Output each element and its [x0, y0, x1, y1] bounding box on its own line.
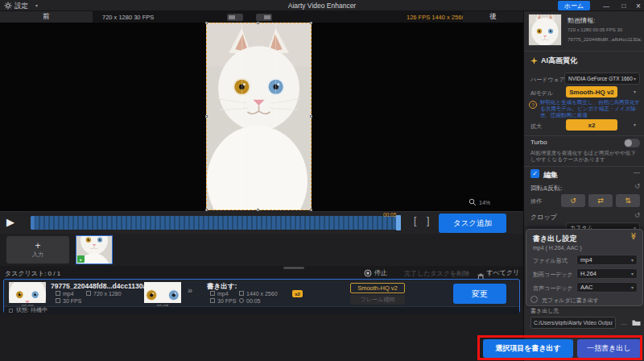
hardware-dropdown[interactable]: NVIDIA GeForce GTX 1660 T ▾ — [564, 73, 640, 85]
stop-button[interactable]: 停止 — [364, 268, 387, 277]
same-folder-checkbox[interactable] — [530, 296, 538, 303]
output-resolution: 1440 x 2560 — [239, 291, 278, 297]
source-format: mp4 — [56, 291, 74, 297]
compare-view-toggle-1[interactable] — [227, 14, 243, 21]
crop-reset-icon[interactable]: ↺ — [634, 211, 641, 219]
scale-value[interactable]: x2 — [566, 119, 617, 131]
settings-chevron-icon[interactable]: ▾ — [35, 2, 38, 8]
ai-model-value[interactable]: Smooth-HQ v2 — [566, 86, 617, 98]
open-folder-button[interactable] — [630, 317, 642, 329]
crop-handle[interactable] — [205, 22, 208, 24]
destination-path-input[interactable]: C:/Users/ylgrb/Aiarty Video Output — [530, 317, 616, 329]
crop-handle[interactable] — [310, 115, 312, 118]
audio-codec-dropdown[interactable]: AAC▾ — [576, 282, 638, 293]
preview-area: 14% — [0, 23, 523, 211]
clock-icon — [239, 298, 244, 303]
flip-horizontal-button[interactable]: ⇄ — [588, 194, 613, 207]
task-row[interactable]: 00:00 79775_220448fd8...d4cc1130a16.mp4 … — [3, 279, 520, 313]
add-input-button[interactable]: + 入力 — [6, 236, 69, 263]
video-codec-dropdown[interactable]: H.264▾ — [576, 268, 638, 279]
remove-completed-button[interactable]: 完了したタスクを削除 — [404, 269, 469, 278]
same-folder-label: 元フォルダに書き出す — [542, 297, 599, 305]
edit-collapse-button[interactable]: — — [634, 168, 640, 176]
chevron-down-icon: ▾ — [634, 77, 636, 81]
scale-label: 拡大 — [530, 122, 542, 131]
panel-drag-handle[interactable] — [283, 267, 304, 269]
crop-handle[interactable] — [310, 22, 312, 24]
gear-icon[interactable] — [4, 2, 12, 10]
video-preview[interactable] — [206, 23, 312, 210]
export-settings-summary: mp4 ( H.264, AAC ) — [533, 245, 582, 251]
help-icon[interactable]: ? — [529, 101, 537, 109]
output-fps: 30 FPS — [210, 298, 236, 304]
crop-handle[interactable] — [257, 22, 259, 24]
input-thumbnail[interactable]: ▸ — [76, 235, 113, 264]
app-window: 設定 ▾ Aiarty Video Enhancer ホーム — □ × 前 7… — [0, 0, 644, 361]
trim-start-button[interactable]: [ — [414, 215, 416, 226]
plus-icon: + — [35, 242, 40, 251]
model-chevron-icon[interactable]: ▾ — [634, 89, 636, 94]
expand-double-chevron-icon[interactable]: ≫ — [630, 232, 638, 239]
thumbnail-status-badge: ▸ — [77, 255, 85, 263]
hardware-label: ハードウェア — [530, 76, 565, 84]
zoom-indicator[interactable]: 14% — [469, 198, 490, 206]
rotate-reset-icon[interactable]: ↺ — [634, 182, 641, 190]
audio-codec-label: 音声コーデック — [533, 284, 573, 293]
video-info-filename: 79775_220448fd8f...a8d4cc1130a16.mp4 — [568, 37, 642, 42]
browse-button[interactable]: … — [619, 317, 629, 329]
file-format-label: ファイル形式 — [533, 257, 568, 265]
timeline-row: ▶ 00:05 [ ] タスク追加 — [0, 211, 523, 234]
frame-interpolation-button[interactable]: フレーム補間 — [350, 295, 405, 305]
playhead[interactable] — [396, 215, 401, 230]
turbo-label: Turbo — [530, 139, 547, 146]
edit-header: 編集 — [543, 170, 558, 180]
settings-menu[interactable]: 設定 — [14, 2, 28, 11]
task-status-bar: 状態: 待機中 — [4, 306, 519, 313]
play-button[interactable]: ▶ — [6, 216, 14, 228]
titlebar: 設定 ▾ Aiarty Video Enhancer ホーム — □ × — [0, 0, 644, 11]
tasklist-header: タスクリスト: 0 / 1 停止 完了したタスクを削除 すべてクリア — [0, 266, 523, 279]
crop-marquee[interactable] — [206, 23, 312, 210]
turbo-description: AI処理速度を最適化するほど画質がやや低下しやすくなるケースがあります — [530, 150, 638, 163]
preview-info-bar: 前 720 x 1280 30 FPS 126 FPS 1440 x 2560 … — [0, 11, 523, 23]
add-task-button[interactable]: タスク追加 — [439, 214, 506, 233]
crop-handle[interactable] — [205, 115, 208, 118]
maximize-button[interactable]: □ — [617, 0, 630, 11]
sidebar: 動画情報: 720 x 1280 00:05 FPS 30 79775_2204… — [523, 11, 644, 361]
after-resolution-label: 126 FPS 1440 x 2560 — [407, 14, 465, 21]
output-format: mp4 — [210, 291, 229, 297]
edit-checkbox[interactable]: ✓ — [530, 169, 539, 178]
flip-vertical-button[interactable]: ⇅ — [616, 194, 640, 207]
destination-label: 書き出し先 — [530, 307, 559, 315]
scale-chevron-icon[interactable]: ▾ — [634, 122, 636, 127]
timeline-start-marker[interactable] — [31, 216, 35, 230]
minimize-button[interactable]: — — [600, 0, 613, 11]
model-tag: Smooth-HQ v2 — [350, 283, 405, 293]
change-button[interactable]: 変更 — [453, 284, 506, 304]
sparkle-icon — [530, 57, 538, 64]
app-title: Aiarty Video Enhancer — [0, 2, 644, 10]
input-row: + 入力 ▸ — [0, 234, 523, 266]
status-icon — [9, 309, 13, 313]
fps-icon — [210, 298, 215, 303]
trim-end-button[interactable]: ] — [427, 215, 429, 226]
resolution-icon — [239, 291, 244, 296]
operation-label: 操作 — [530, 197, 542, 205]
magnifier-icon — [469, 198, 477, 206]
home-button[interactable]: ホーム — [558, 1, 590, 10]
turbo-toggle[interactable] — [624, 139, 640, 147]
video-info-specs: 720 x 1280 00:05 FPS 30 — [568, 27, 642, 32]
tab-after[interactable]: 後 — [463, 11, 523, 23]
fps-icon — [56, 298, 60, 303]
timeline-track[interactable] — [31, 216, 401, 230]
rotate-button[interactable]: ↺ — [561, 194, 585, 207]
compare-view-toggle-2[interactable] — [256, 14, 272, 21]
tab-before[interactable]: 前 — [0, 11, 93, 23]
add-input-label: 入力 — [32, 251, 43, 259]
bottom-strip — [0, 314, 523, 361]
resolution-icon — [86, 291, 91, 296]
enhance-header: AI高画質化 — [530, 56, 577, 66]
close-button[interactable]: × — [633, 0, 644, 11]
file-format-dropdown[interactable]: mp4▾ — [576, 255, 638, 265]
rotate-flip-label: 回転&反転: — [530, 184, 563, 193]
